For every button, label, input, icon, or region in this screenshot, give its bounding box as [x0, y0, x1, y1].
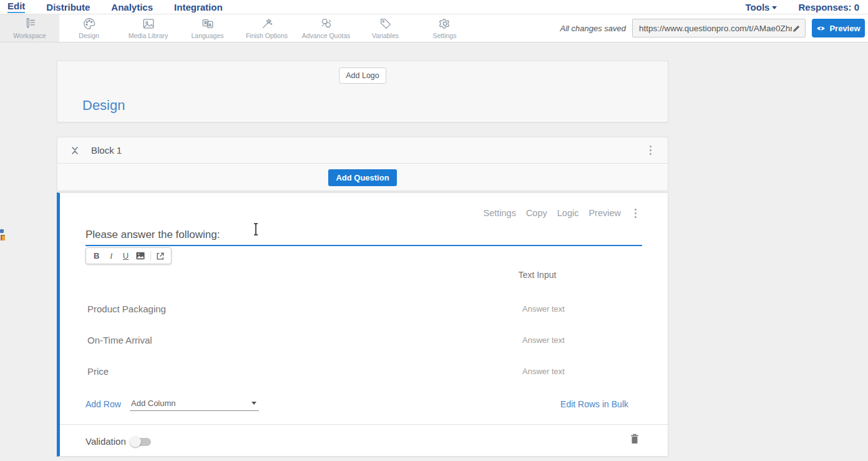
underline-button[interactable]: U [119, 249, 132, 262]
toolbar-item-settings[interactable]: Settings [415, 14, 474, 42]
matrix-row-label[interactable]: Price [87, 366, 109, 377]
question-actions: Settings Copy Logic Preview [483, 208, 636, 218]
responses-link[interactable]: Responses: 0 [798, 2, 859, 12]
toolbar-item-variables[interactable]: Variables [356, 14, 415, 42]
survey-url-box [632, 19, 806, 37]
toolbar-label: Design [79, 32, 99, 39]
answer-text-placeholder[interactable]: Answer text [497, 304, 590, 314]
top-nav-right: Tools Responses: 0 [746, 2, 868, 12]
toolbar-right: All changes saved Preview [560, 14, 868, 42]
add-column-select[interactable]: Add Column [130, 397, 259, 411]
answer-text-placeholder[interactable]: Answer text [497, 367, 590, 376]
image-glyph-icon [136, 252, 145, 260]
block-menu-kebab-icon[interactable] [650, 146, 651, 155]
design-title[interactable]: Design [82, 97, 125, 114]
external-link-icon [156, 252, 165, 260]
save-status: All changes saved [560, 24, 626, 33]
nav-edit[interactable]: Edit [7, 1, 25, 13]
bold-button[interactable]: B [90, 249, 103, 262]
toolbar-label: Languages [192, 32, 224, 39]
survey-url-input[interactable] [639, 24, 792, 33]
edit-rows-in-bulk-link[interactable]: Edit Rows in Bulk [560, 399, 628, 409]
toolbar-label: Media Library [129, 32, 168, 39]
toolbar-label: Workspace [13, 32, 46, 39]
add-row-link[interactable]: Add Row [85, 399, 121, 409]
eye-icon [816, 25, 826, 32]
add-logo-button[interactable]: Add Logo [339, 67, 386, 84]
image-icon [142, 17, 155, 31]
text-cursor-ibeam [252, 222, 260, 239]
question-title-input[interactable]: Please answer the following: [85, 229, 220, 241]
palette-icon [82, 17, 96, 31]
question-logic-link[interactable]: Logic [557, 208, 579, 218]
add-question-button[interactable]: Add Question [328, 169, 396, 186]
editor-toolbar: Workspace Design Media Library Languages… [0, 14, 868, 42]
toolbar-item-media-library[interactable]: Media Library [119, 14, 178, 42]
nav-integration[interactable]: Integration [174, 2, 223, 12]
add-column-label: Add Column [131, 399, 176, 408]
toolbar-item-design[interactable]: Design [59, 14, 119, 42]
toolbar-label: Settings [433, 32, 457, 39]
top-nav-links: Edit Distribute Analytics Integration [0, 1, 223, 13]
workspace-icon [23, 17, 37, 31]
toolbar-item-advance-quotas[interactable]: Advance Quotas [296, 14, 356, 42]
toolbar-item-workspace[interactable]: Workspace [0, 14, 59, 42]
collapse-block-icon[interactable] [71, 147, 79, 154]
edit-pencil-icon[interactable] [792, 24, 801, 33]
insert-image-button[interactable] [134, 249, 147, 262]
block-title: Block 1 [91, 145, 122, 156]
preview-label: Preview [829, 24, 860, 33]
toolbar-item-finish-options[interactable]: Finish Options [237, 14, 296, 42]
validation-label: Validation [85, 436, 126, 447]
question-preview-link[interactable]: Preview [588, 208, 621, 218]
translate-icon [201, 17, 215, 31]
toolbar-label: Finish Options [246, 32, 288, 39]
tools-label: Tools [746, 2, 770, 12]
footer-divider [60, 424, 668, 425]
matrix-row-label[interactable]: On-Time Arrival [87, 335, 152, 345]
validation-toggle[interactable] [131, 438, 151, 446]
insert-link-button[interactable] [154, 249, 167, 262]
toolbar-label: Advance Quotas [302, 32, 351, 39]
tag-icon [379, 17, 393, 31]
preview-button[interactable]: Preview [812, 19, 865, 37]
column-header-text-input: Text Input [497, 270, 578, 280]
toggle-knob [130, 436, 141, 447]
delete-question-trash-icon[interactable] [630, 434, 639, 447]
block-panel: Block 1 Add Question [57, 137, 668, 191]
answer-text-placeholder[interactable]: Answer text [497, 335, 590, 345]
format-toolbar: B I U [85, 247, 172, 264]
matrix-row-label[interactable]: Product Packaging [87, 304, 166, 314]
add-question-row: Add Question [57, 164, 668, 192]
clipped-edge-artifact-icon [0, 229, 6, 243]
links-icon [319, 17, 333, 31]
question-card: Settings Copy Logic Preview Please answe… [57, 192, 668, 457]
gear-icon [438, 17, 452, 31]
block-header: Block 1 [57, 137, 668, 164]
nav-analytics[interactable]: Analytics [111, 2, 153, 12]
question-settings-link[interactable]: Settings [483, 208, 515, 218]
select-caret-icon [251, 402, 256, 405]
wand-icon [260, 17, 274, 31]
top-nav: Edit Distribute Analytics Integration To… [0, 0, 868, 14]
nav-distribute[interactable]: Distribute [46, 2, 90, 12]
question-copy-link[interactable]: Copy [526, 208, 547, 218]
design-panel: Add Logo Design [57, 61, 668, 122]
toolbar-item-languages[interactable]: Languages [178, 14, 237, 42]
chevron-down-icon [772, 6, 777, 9]
tools-menu[interactable]: Tools [746, 2, 778, 12]
question-menu-kebab-icon[interactable] [635, 209, 636, 218]
question-title-underline [85, 245, 642, 246]
toolbar-label: Variables [372, 32, 399, 39]
italic-button[interactable]: I [104, 249, 117, 262]
toolbar-separator [150, 251, 151, 261]
